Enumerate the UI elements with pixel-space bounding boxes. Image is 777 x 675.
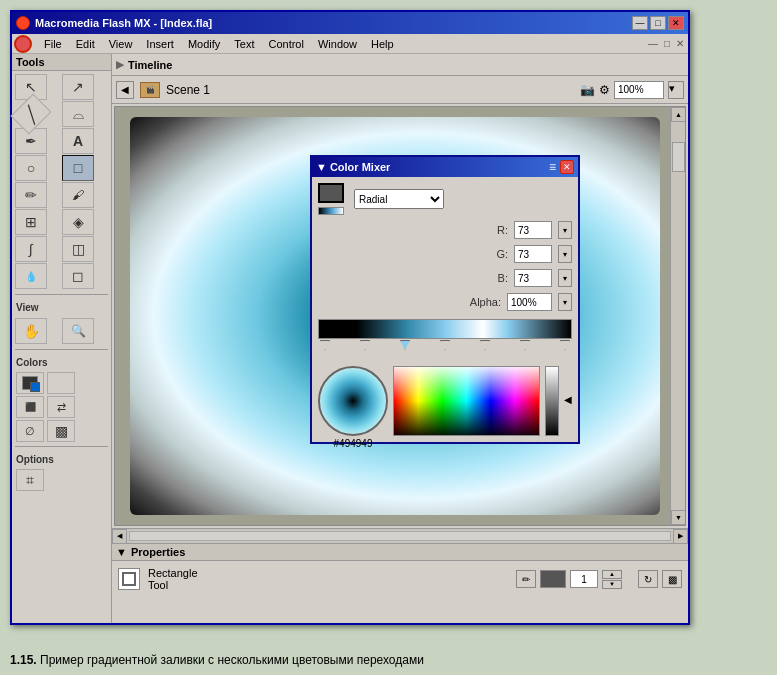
menu-max[interactable]: □ (662, 38, 672, 49)
b-input[interactable]: 73 (514, 269, 552, 287)
g-arrow[interactable]: ▾ (558, 245, 572, 263)
stroke-swatch[interactable] (318, 183, 344, 203)
gradient-stop-1[interactable] (320, 340, 330, 350)
gradient-stop-3[interactable] (400, 340, 410, 350)
menu-insert[interactable]: Insert (140, 36, 180, 52)
text-tool[interactable]: A (62, 128, 94, 154)
properties-panel: ▼ Properties Rectangle Tool ✏ 1 (112, 543, 688, 623)
stroke-preview (540, 570, 566, 588)
stroke-color-btn[interactable] (16, 372, 44, 394)
gradient-btn[interactable]: ▩ (47, 420, 75, 442)
menu-text[interactable]: Text (228, 36, 260, 52)
hex-value: #494949 (318, 438, 388, 449)
menu-bar: File Edit View Insert Modify Text Contro… (12, 34, 688, 54)
fill-preview-btn[interactable]: ▩ (662, 570, 682, 588)
spectrum-arrow[interactable]: ◀ (564, 394, 572, 405)
subselect-tool[interactable]: ↗ (62, 74, 94, 100)
zoom-input[interactable]: 100% (614, 81, 664, 99)
default-colors-btn[interactable]: ⬛ (16, 396, 44, 418)
close-button[interactable]: ✕ (668, 16, 684, 30)
lasso-tool[interactable]: ⌓ (62, 101, 94, 127)
r-arrow[interactable]: ▾ (558, 221, 572, 239)
scrollbar-right[interactable]: ▲ ▼ (670, 107, 685, 525)
gradient-stop-4[interactable] (440, 340, 450, 350)
r-row: R: 73 ▾ (488, 221, 572, 239)
window-controls: — □ ✕ (632, 16, 684, 30)
zoom-tool[interactable]: 🔍 (62, 318, 94, 344)
color-mixer-menu-icon[interactable]: ≡ (549, 160, 556, 174)
pencil-tool[interactable]: ✏ (15, 182, 47, 208)
stroke-down-btn[interactable]: ▼ (602, 580, 622, 589)
brush-tool[interactable]: 🖌 (62, 182, 94, 208)
color-mixer-title-text: ▼ Color Mixer (316, 161, 390, 173)
spectrum-brightness (394, 367, 539, 435)
gradient-stop-5[interactable] (480, 340, 490, 350)
alpha-arrow[interactable]: ▾ (558, 293, 572, 311)
menu-help[interactable]: Help (365, 36, 400, 52)
gradient-stop-6[interactable] (520, 340, 530, 350)
color-mixer-triangle: ▼ (316, 161, 327, 173)
gradient-stop-2[interactable] (360, 340, 370, 350)
menu-window[interactable]: Window (312, 36, 363, 52)
scrollbar-h-thumb[interactable] (129, 531, 671, 541)
gradient-type-select[interactable]: Radial None Linear (354, 189, 444, 209)
menu-control[interactable]: Control (262, 36, 309, 52)
scrollbar-right-arrow[interactable]: ▶ (673, 529, 688, 544)
rect-tool[interactable]: □ (62, 155, 94, 181)
alpha-input[interactable]: 100% (507, 293, 552, 311)
eraser-tool[interactable]: ◻ (62, 263, 94, 289)
timeline-triangle: ▶ (116, 58, 124, 71)
round-corners-btn[interactable]: ↻ (638, 570, 658, 588)
color-mixer-close-btn[interactable]: ✕ (560, 160, 574, 174)
fill-color-btn[interactable] (47, 372, 75, 394)
hand-tool[interactable]: ✋ (15, 318, 47, 344)
alpha-label: Alpha: (466, 296, 501, 308)
gradient-stop-7[interactable] (560, 340, 570, 350)
menu-file[interactable]: File (38, 36, 68, 52)
scrollbar-down-arrow[interactable]: ▼ (671, 510, 686, 525)
snap-objects-btn[interactable]: ⌗ (16, 469, 44, 491)
menu-min[interactable]: — (646, 38, 660, 49)
color-spectrum[interactable] (393, 366, 540, 436)
swap-colors-btn[interactable]: ⇄ (47, 396, 75, 418)
scrollbar-left-arrow[interactable]: ◀ (112, 529, 127, 544)
filltransform-tool[interactable]: ◈ (62, 209, 94, 235)
paintbucket-tool[interactable]: ◫ (62, 236, 94, 262)
b-arrow[interactable]: ▾ (558, 269, 572, 287)
timeline-label: Timeline (128, 59, 172, 71)
no-color-btn[interactable]: ∅ (16, 420, 44, 442)
stroke-up-btn[interactable]: ▲ (602, 570, 622, 579)
caption-text: Пример градиентной заливки с несколькими… (40, 653, 424, 667)
r-input[interactable]: 73 (514, 221, 552, 239)
scrollbar-bottom[interactable]: ◀ ▶ (112, 528, 688, 543)
gradient-mini-preview (318, 207, 344, 215)
freetransform-tool[interactable]: ⊞ (15, 209, 47, 235)
pen-style-btn[interactable]: ✏ (516, 570, 536, 588)
oval-tool[interactable]: ○ (15, 155, 47, 181)
scrollbar-thumb[interactable] (672, 142, 685, 172)
b-row: B: 73 ▾ (488, 269, 572, 287)
radial-gradient-circle (318, 366, 388, 436)
minimize-button[interactable]: — (632, 16, 648, 30)
grayscale-bar[interactable] (545, 366, 559, 436)
maximize-button[interactable]: □ (650, 16, 666, 30)
properties-content: Rectangle Tool ✏ 1 ▲ ▼ ↻ ▩ (112, 561, 688, 597)
menu-close[interactable]: ✕ (674, 38, 686, 49)
color-mixer-dialog: ▼ Color Mixer ≡ ✕ Radial None Linear R: … (310, 155, 580, 444)
eyedropper-tool[interactable]: 💧 (15, 263, 47, 289)
scene-controls: 📷 ⚙ 100% ▾ (580, 81, 684, 99)
menu-view[interactable]: View (103, 36, 139, 52)
rgb-controls: R: 73 ▾ G: 73 ▾ B: 73 ▾ Alpha: 100% ▾ (318, 221, 572, 315)
zoom-dropdown[interactable]: ▾ (668, 81, 684, 99)
scene-nav-back[interactable]: ◀ (116, 81, 134, 99)
caption: 1.15. Пример градиентной заливки с неско… (10, 653, 767, 667)
scrollbar-up-arrow[interactable]: ▲ (671, 107, 686, 122)
alpha-row: Alpha: 100% ▾ (466, 293, 572, 311)
gradient-bar[interactable] (318, 319, 572, 339)
stroke-width-input[interactable]: 1 (570, 570, 598, 588)
properties-label: Properties (131, 546, 185, 558)
g-input[interactable]: 73 (514, 245, 552, 263)
menu-edit[interactable]: Edit (70, 36, 101, 52)
menu-modify[interactable]: Modify (182, 36, 226, 52)
inkbottle-tool[interactable]: ∫ (15, 236, 47, 262)
